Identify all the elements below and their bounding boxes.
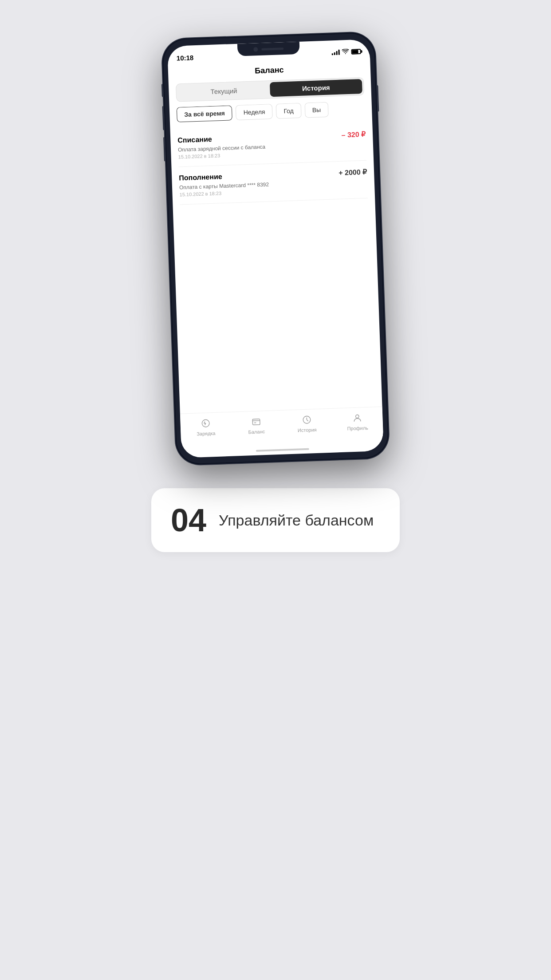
signal-icon bbox=[331, 50, 339, 55]
transaction-amount: – 320 ₽ bbox=[341, 130, 366, 139]
profile-icon bbox=[351, 412, 363, 424]
transaction-title: Списание bbox=[177, 135, 212, 145]
transactions-list: Списание – 320 ₽ Оплата зарядной сессии … bbox=[170, 122, 382, 414]
notch-speaker bbox=[261, 47, 283, 51]
nav-item-history[interactable]: История bbox=[281, 413, 332, 434]
phone-screen: 10:18 bbox=[167, 39, 384, 458]
silent-button bbox=[161, 84, 164, 97]
feature-card: 04 Управляйте балансом bbox=[151, 488, 400, 552]
nav-label-balance: Баланс bbox=[248, 429, 265, 435]
nav-item-balance[interactable]: Баланс bbox=[231, 415, 282, 435]
charge-icon bbox=[200, 417, 212, 429]
transaction-title: Пополнение bbox=[179, 173, 222, 182]
nav-item-charge[interactable]: Зарядка bbox=[180, 417, 231, 437]
filter-week[interactable]: Неделя bbox=[236, 104, 273, 120]
battery-icon bbox=[351, 49, 361, 55]
transaction-amount: + 2000 ₽ bbox=[338, 168, 367, 177]
power-button bbox=[376, 85, 379, 112]
feature-text: Управляйте балансом bbox=[219, 510, 374, 530]
phone-frame: 10:18 bbox=[161, 32, 389, 465]
wifi-icon bbox=[342, 48, 349, 55]
nav-label-history: История bbox=[298, 427, 317, 433]
nav-label-charge: Зарядка bbox=[197, 431, 216, 436]
tab-history[interactable]: История bbox=[270, 79, 362, 97]
transaction-item[interactable]: Пополнение + 2000 ₽ Оплата с карты Maste… bbox=[178, 161, 368, 205]
svg-rect-1 bbox=[252, 419, 260, 425]
filter-custom[interactable]: Вы bbox=[304, 102, 329, 118]
filter-year[interactable]: Год bbox=[276, 103, 301, 119]
status-icons bbox=[331, 48, 361, 56]
filter-alltime[interactable]: За всё время bbox=[177, 105, 233, 122]
phone-notch bbox=[237, 42, 300, 56]
feature-number: 04 bbox=[171, 504, 206, 536]
history-icon bbox=[301, 414, 313, 426]
tab-current[interactable]: Текущий bbox=[177, 82, 270, 100]
svg-point-3 bbox=[356, 415, 359, 418]
page-title: Баланс bbox=[255, 65, 284, 75]
volume-down-button bbox=[163, 137, 166, 162]
volume-up-button bbox=[162, 106, 165, 130]
nav-label-profile: Профиль bbox=[347, 425, 368, 431]
balance-icon bbox=[250, 415, 262, 427]
notch-camera bbox=[253, 47, 258, 51]
status-time: 10:18 bbox=[177, 54, 194, 62]
phone-mockup: 10:18 bbox=[169, 36, 382, 462]
transaction-item[interactable]: Списание – 320 ₽ Оплата зарядной сессии … bbox=[177, 123, 366, 167]
app-content: Баланс Текущий История За всё время Неде… bbox=[168, 59, 384, 458]
nav-item-profile[interactable]: Профиль bbox=[332, 411, 383, 432]
